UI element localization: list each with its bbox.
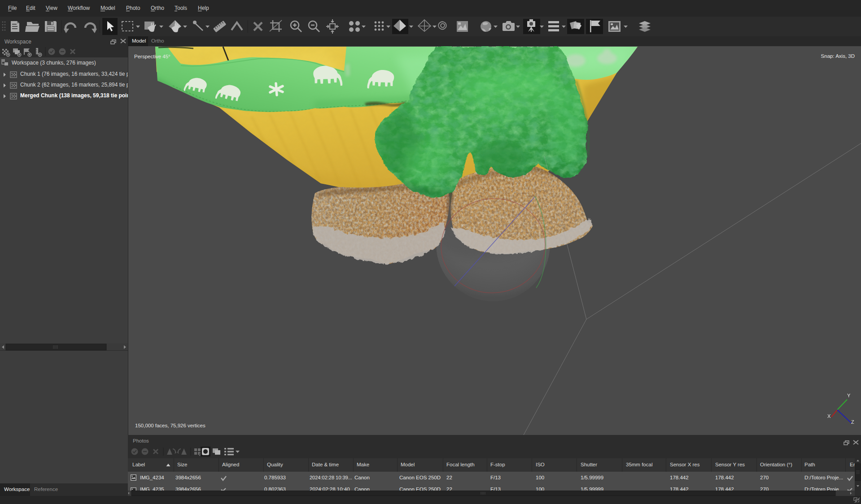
svg-text:X: X: [827, 413, 831, 419]
svg-text:Y: Y: [847, 393, 851, 398]
svg-text:Z: Z: [851, 419, 854, 425]
